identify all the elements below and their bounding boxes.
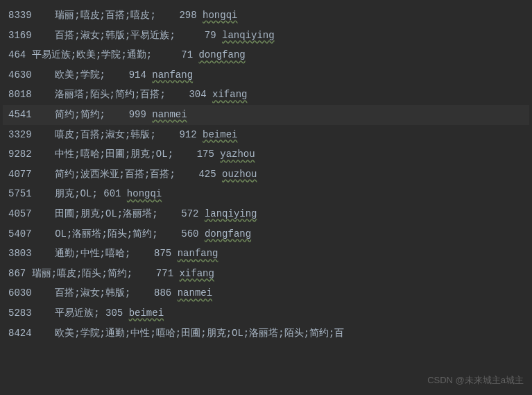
row-id: 5407 — [8, 228, 32, 239]
row-id: 4057 — [8, 208, 32, 219]
row-num: 914 — [129, 69, 146, 81]
text-line: 867 瑞丽;嘻皮;陌头;简约; 771 xifang — [3, 264, 529, 284]
row-word: lanqiying — [205, 208, 257, 219]
row-id: 4077 — [8, 169, 32, 180]
row-tags: 平易近族; — [55, 308, 99, 319]
row-num: 999 — [129, 109, 146, 120]
row-word: dongfang — [205, 228, 251, 239]
row-tags: 百搭;淑女;韩版;平易近族; — [55, 30, 175, 41]
row-tags: 简约;简约; — [55, 109, 105, 120]
text-line: 5751 朋克;OL; 601 hongqi — [3, 184, 529, 204]
row-num: 572 — [181, 208, 198, 219]
row-word: dongfang — [198, 49, 245, 60]
row-tags: 简约;波西米亚;百搭;百搭; — [55, 169, 175, 180]
watermark: CSDN @未来城主a城主 — [427, 372, 524, 389]
row-word: nanmei — [178, 287, 212, 299]
text-line: 9282 中性;嘻哈;田圃;朋克;OL; 175 yazhou — [3, 144, 529, 165]
text-line: 8018 洛丽塔;陌头;简约;百搭; 304 xifang — [3, 85, 529, 105]
row-word: hongqi — [203, 10, 237, 21]
row-word: yazhou — [220, 149, 255, 160]
row-word: nanmei — [152, 109, 187, 120]
row-num: 771 — [156, 268, 173, 279]
text-line: 4077 简约;波西米亚;百搭;百搭; 425 ouzhou — [3, 165, 529, 185]
row-tags: 嘻皮;百搭;淑女;韩版; — [55, 129, 156, 140]
row-tags: OL;洛丽塔;陌头;简约; — [55, 228, 157, 239]
row-word: xifang — [179, 268, 214, 279]
text-line: 4541 简约;简约; 999 nanmei — [3, 105, 529, 125]
row-num: 886 — [154, 287, 171, 299]
row-id: 3803 — [8, 248, 32, 259]
text-line: 8339 瑞丽;嘻皮;百搭;嘻皮; 298 hongqi — [3, 6, 529, 26]
row-num: 298 — [179, 10, 196, 21]
row-id: 464 — [8, 49, 26, 60]
row-id: 4541 — [8, 109, 32, 120]
row-word: nanfang — [178, 248, 218, 259]
text-content: 8339 瑞丽;嘻皮;百搭;嘻皮; 298 hongqi3169 百搭;淑女;韩… — [3, 6, 529, 343]
row-num: 304 — [189, 89, 206, 100]
row-id: 8424 — [8, 328, 32, 339]
text-line: 4630 欧美;学院; 914 nanfang — [3, 65, 529, 85]
row-id: 6030 — [8, 287, 32, 299]
row-tags: 平易近族;欧美;学院;通勤; — [32, 49, 153, 60]
row-num: 912 — [179, 129, 196, 140]
row-id: 5283 — [8, 308, 32, 319]
row-tags: 通勤;中性;嘻哈; — [55, 248, 130, 259]
text-line: 6030 百搭;淑女;韩版; 886 nanmei — [3, 283, 529, 303]
row-num: 79 — [205, 30, 216, 41]
row-num: 425 — [198, 169, 216, 180]
row-word: beimei — [203, 129, 237, 140]
text-line: 4057 田圃;朋克;OL;洛丽塔; 572 lanqiying — [3, 204, 529, 224]
row-word: beimei — [129, 308, 164, 319]
row-num: 305 — [105, 308, 123, 319]
row-id: 8018 — [8, 89, 32, 100]
row-tags: 中性;嘻哈;田圃;朋克;OL; — [55, 149, 173, 160]
row-tags: 洛丽塔;陌头;简约;百搭; — [55, 89, 166, 100]
text-line: 5407 OL;洛丽塔;陌头;简约; 560 dongfang — [3, 224, 529, 244]
text-line: 3329 嘻皮;百搭;淑女;韩版; 912 beimei — [3, 125, 529, 145]
row-tags: 田圃;朋克;OL;洛丽塔; — [55, 208, 157, 219]
row-id: 5751 — [8, 188, 32, 199]
row-tags: 瑞丽;嘻皮;百搭;嘻皮; — [55, 10, 156, 21]
row-id: 3169 — [8, 30, 32, 41]
row-id: 867 — [8, 268, 26, 279]
row-tags: 欧美;学院;通勤;中性;嘻哈;田圃;朋克;OL;洛丽塔;陌头;简约;百 — [55, 328, 344, 339]
text-line: 5283 平易近族; 305 beimei — [3, 303, 529, 323]
row-word: xifang — [212, 89, 247, 100]
row-word: nanfang — [152, 69, 193, 81]
text-line: 464 平易近族;欧美;学院;通勤; 71 dongfang — [3, 45, 529, 65]
row-id: 4630 — [8, 69, 32, 81]
text-line: 3803 通勤;中性;嘻哈; 875 nanfang — [3, 244, 529, 264]
row-id: 3329 — [8, 129, 32, 140]
row-tags: 欧美;学院; — [55, 69, 105, 81]
row-tags: 瑞丽;嘻皮;陌头;简约; — [32, 268, 133, 279]
row-word: lanqiying — [222, 30, 275, 41]
row-tags: 百搭;淑女;韩版; — [55, 287, 130, 299]
row-tags: 朋克;OL; — [55, 188, 98, 199]
text-line: 8424 欧美;学院;通勤;中性;嘻哈;田圃;朋克;OL;洛丽塔;陌头;简约;百 — [3, 323, 529, 344]
row-num: 175 — [197, 149, 214, 160]
row-id: 9282 — [8, 149, 32, 160]
row-word: hongqi — [127, 188, 162, 199]
row-num: 875 — [154, 248, 171, 259]
text-line: 3169 百搭;淑女;韩版;平易近族; 79 lanqiying — [3, 26, 529, 46]
row-num: 601 — [103, 188, 121, 199]
row-num: 560 — [181, 228, 198, 239]
row-id: 8339 — [8, 10, 32, 21]
row-num: 71 — [181, 49, 193, 60]
row-word: ouzhou — [222, 169, 257, 180]
